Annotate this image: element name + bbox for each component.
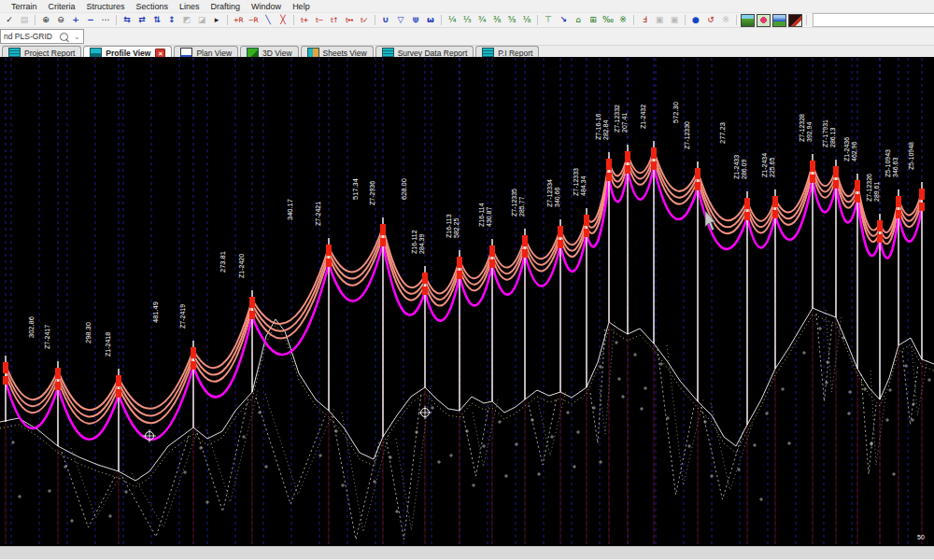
zoom-in-icon[interactable]: ⊕ bbox=[38, 13, 53, 27]
menu-lines[interactable]: Lines bbox=[174, 2, 205, 11]
insulator-bar bbox=[55, 382, 61, 390]
ratio-icon-2[interactable]: ⅓ bbox=[460, 13, 474, 27]
select-icon[interactable]: ✓ bbox=[2, 13, 17, 27]
toolbar-separator bbox=[293, 15, 294, 25]
conductor-curve bbox=[58, 371, 119, 410]
tower-label: Z1-2436 bbox=[843, 137, 850, 161]
tower-label: Z5-10943 bbox=[884, 149, 891, 177]
add-icon[interactable]: + bbox=[68, 13, 83, 27]
measure-icon[interactable]: ⋯ bbox=[98, 13, 113, 27]
terrain-view-icon[interactable] bbox=[741, 14, 755, 27]
pan-right-icon[interactable]: ⇄ bbox=[134, 13, 149, 27]
catenary-icon[interactable]: ω bbox=[423, 13, 438, 27]
vegetation-view-icon[interactable] bbox=[757, 14, 771, 27]
side-terrain-line bbox=[265, 394, 334, 495]
zoom-out-icon[interactable]: ⊖ bbox=[53, 13, 68, 27]
insulator-bar bbox=[380, 238, 386, 246]
toolbar-separator bbox=[441, 15, 442, 25]
horizontal-scrollbar[interactable] bbox=[0, 546, 934, 560]
pan-vertical-icon[interactable]: ⇅ bbox=[149, 13, 164, 27]
sag-icon[interactable]: ∪ bbox=[378, 13, 393, 27]
scatter-disabled-icon: ※ bbox=[718, 13, 733, 27]
pan-left-icon[interactable]: ⇆ bbox=[120, 13, 134, 27]
side-terrain-line bbox=[342, 413, 389, 532]
ratio-icon-1[interactable]: ¼ bbox=[445, 13, 460, 27]
remove-structure-icon[interactable]: −R bbox=[246, 13, 261, 27]
menu-window[interactable]: Window bbox=[246, 2, 287, 11]
tower-add-icon[interactable]: t+ bbox=[297, 13, 312, 27]
fit-height-icon[interactable]: ↕ bbox=[164, 13, 179, 27]
magnifier-icon[interactable] bbox=[60, 33, 68, 41]
insulator-bar bbox=[855, 194, 860, 203]
side-terrain-line bbox=[912, 347, 927, 415]
side-terrain-line bbox=[701, 407, 743, 499]
find-combobox[interactable]: nd PLS-GRID ⌄ bbox=[0, 29, 84, 44]
permille-icon[interactable]: ‰ bbox=[601, 13, 616, 27]
insulator-bar bbox=[558, 226, 563, 237]
insulator-bar bbox=[116, 375, 121, 386]
pointer-icon[interactable]: ▸ bbox=[209, 13, 224, 27]
ratio-icon-4[interactable]: ⅜ bbox=[489, 13, 504, 27]
selection-combo[interactable]: ⌄ bbox=[813, 13, 934, 27]
tension-icon[interactable]: ▽ bbox=[393, 13, 408, 27]
flag-icon[interactable]: Ⅎ bbox=[637, 13, 652, 27]
sag-multi-icon[interactable]: ⋓ bbox=[408, 13, 423, 27]
ratio-icon-3[interactable]: ¾ bbox=[474, 13, 489, 27]
tower-check-icon[interactable]: t✓ bbox=[357, 13, 372, 27]
find-toolbar: nd PLS-GRID ⌄ bbox=[0, 28, 934, 46]
side-terrain-line bbox=[658, 349, 694, 495]
slope-icon[interactable]: ↘ bbox=[556, 13, 571, 27]
tower-label: Z7-12332 bbox=[614, 105, 620, 133]
water-view-icon[interactable] bbox=[772, 14, 786, 27]
tower-label: Z16-114 bbox=[478, 203, 485, 227]
add-structure-icon[interactable]: +R bbox=[231, 13, 246, 27]
conductor-curve bbox=[329, 227, 383, 272]
tower-label: Z1-2434 bbox=[761, 153, 768, 177]
span-label: 207.41 bbox=[621, 112, 628, 133]
span-label: 277.23 bbox=[718, 122, 727, 144]
night-view-icon[interactable] bbox=[788, 14, 802, 27]
profile-view-canvas[interactable]: Z7-2415302.86Z7-2417298.30Z1-2418481.49Z… bbox=[0, 57, 934, 546]
menu-structures[interactable]: Structures bbox=[81, 2, 131, 11]
section-icon[interactable]: ⊤ bbox=[541, 13, 556, 27]
globe-icon[interactable]: ● bbox=[688, 13, 703, 27]
tower-raise-icon[interactable]: t↑ bbox=[327, 13, 342, 27]
span-label: 517.34 bbox=[351, 178, 360, 200]
menu-sections[interactable]: Sections bbox=[131, 2, 175, 11]
tower-label: Z5-10948 bbox=[908, 142, 914, 170]
ratio-icon-6[interactable]: ⅛ bbox=[519, 13, 534, 27]
corner-station-label: 50 bbox=[917, 534, 925, 540]
tower-label: Z7-16-16 bbox=[595, 113, 601, 140]
menu-help[interactable]: Help bbox=[287, 2, 316, 11]
insulator-bar bbox=[249, 297, 255, 308]
insulator-bar bbox=[326, 245, 332, 256]
insulator-bar bbox=[249, 311, 255, 319]
tower-move-icon[interactable]: t↔ bbox=[342, 13, 357, 27]
grid-add-icon[interactable]: ⊞ bbox=[586, 13, 601, 27]
terrain-home-icon[interactable]: ⌂ bbox=[571, 13, 586, 27]
report-disabled-icon: ▣ bbox=[652, 13, 667, 27]
line-tool-icon[interactable]: ╲ bbox=[261, 13, 276, 27]
span-label: 484.34 bbox=[580, 175, 587, 196]
menu-drafting[interactable]: Drafting bbox=[205, 2, 247, 11]
insulator-bar bbox=[489, 259, 495, 268]
span-label: 628.00 bbox=[400, 178, 408, 200]
chevron-down-icon[interactable]: ⌄ bbox=[74, 33, 80, 41]
subtract-icon[interactable]: − bbox=[83, 13, 98, 27]
tower-label: Z7-2417 bbox=[44, 325, 50, 349]
delete-tool-icon[interactable]: ╳ bbox=[276, 13, 290, 27]
span-label: 340.17 bbox=[286, 199, 294, 220]
menu-criteria[interactable]: Criteria bbox=[43, 2, 81, 11]
insulator-bar bbox=[422, 287, 428, 295]
notes-icon[interactable]: ※ bbox=[616, 13, 630, 27]
insulator-bar bbox=[896, 196, 901, 207]
toolbar-separator bbox=[736, 15, 737, 25]
insulator-bar bbox=[772, 196, 778, 207]
tower-remove-icon[interactable]: t− bbox=[312, 13, 327, 27]
insulator-bar bbox=[810, 175, 815, 183]
rotate-icon[interactable]: ↺ bbox=[703, 13, 718, 27]
ratio-icon-5[interactable]: ⅝ bbox=[504, 13, 519, 27]
span-label: 285.77 bbox=[518, 196, 525, 217]
menu-terrain[interactable]: Terrain bbox=[6, 2, 43, 11]
side-terrain-line bbox=[256, 398, 325, 504]
